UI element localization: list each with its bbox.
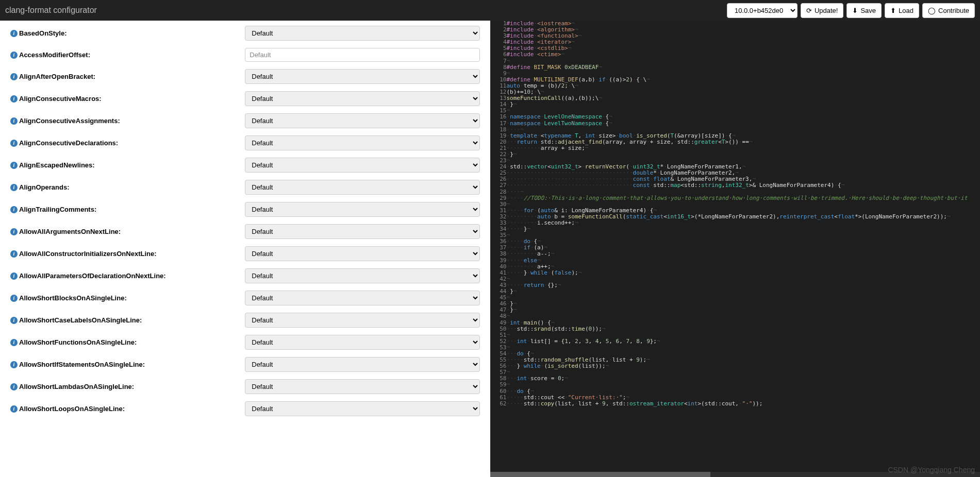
info-icon[interactable]: i (10, 272, 18, 280)
code-line: ·}¬ (507, 288, 981, 295)
code-line: ·}¬ (507, 101, 981, 108)
line-number: 7 (490, 58, 507, 64)
option-input-wrapper: Default (245, 91, 479, 106)
option-row: i AlignConsecutiveDeclarations:Default (10, 135, 480, 150)
option-select[interactable]: Default (245, 401, 479, 416)
scrollbar-thumb[interactable] (490, 472, 711, 477)
code-line: ·········a++;¬ (507, 264, 981, 270)
option-row: i AllowShortCaseLabelsOnASingleLine:Defa… (10, 313, 480, 328)
version-select[interactable]: 10.0.0+b452de0 (727, 3, 798, 18)
option-select[interactable]: Default (245, 291, 479, 305)
info-icon[interactable]: i (10, 52, 18, 59)
option-input-wrapper: Default (245, 202, 479, 217)
info-icon[interactable]: i (10, 317, 18, 324)
info-icon[interactable]: i (10, 184, 18, 191)
option-row: i AlignEscapedNewlines:Default (10, 158, 480, 173)
option-select[interactable]: Default (245, 335, 479, 350)
info-icon[interactable]: i (10, 30, 18, 37)
info-icon[interactable]: i (10, 162, 18, 169)
code-line: ¬ (507, 201, 981, 208)
option-select[interactable]: Default (245, 113, 479, 128)
code-line: #define·BIT_MASK·0xDEADBEAF¬ (507, 64, 981, 71)
option-row: i AllowAllParametersOfDeclarationOnNextL… (10, 268, 480, 283)
option-select[interactable]: Default (245, 202, 479, 217)
line-number: 59 (490, 382, 507, 388)
code-line: ·····do·{¬ (507, 238, 981, 245)
code-line: ·····else¬ (507, 258, 981, 264)
option-label: i AlignEscapedNewlines: (10, 161, 245, 169)
info-icon[interactable]: i (10, 383, 18, 390)
save-button[interactable]: ⬇Save (846, 3, 882, 18)
option-select[interactable]: Default (245, 135, 479, 150)
line-number: 60 (490, 388, 507, 395)
option-row: i BasedOnStyle:Default (10, 26, 480, 41)
line-number: 29 (490, 195, 507, 201)
option-select[interactable]: Default (245, 246, 479, 261)
option-select[interactable]: Default (245, 180, 479, 195)
code-line: auto·temp·=·(b)/2;·\¬ (507, 83, 981, 89)
info-icon[interactable]: i (10, 361, 18, 368)
option-input-wrapper (245, 48, 479, 62)
github-icon: ◯ (928, 7, 936, 14)
code-line: ·····return·{};¬ (507, 282, 981, 288)
option-select[interactable]: Default (245, 158, 479, 173)
option-label: i AllowShortLambdasOnASingleLine: (10, 383, 245, 390)
load-button[interactable]: ⬆Load (885, 3, 919, 18)
line-number: 16 (490, 114, 507, 120)
app-title: clang-format configurator (5, 6, 97, 15)
option-input-wrapper: Default (245, 335, 479, 350)
code-line: ·····//TODO:·This·is·a·long·comment·that… (507, 195, 981, 201)
info-icon[interactable]: i (10, 117, 18, 125)
option-input-wrapper: Default (245, 158, 479, 173)
code-line: ¬ (507, 382, 981, 388)
option-select[interactable]: Default (245, 379, 479, 394)
line-number: 8 (490, 64, 507, 71)
option-select[interactable]: Default (245, 357, 479, 372)
line-number: 62 (490, 401, 507, 407)
option-input-wrapper: Default (245, 224, 479, 239)
line-number: 17 (490, 121, 507, 127)
info-icon[interactable]: i (10, 339, 18, 346)
option-select[interactable]: Default (245, 69, 479, 84)
code-line: ···std::srand(std::time(0));¬ (507, 326, 981, 332)
code-line: ·····if·(a)¬ (507, 245, 981, 251)
code-line: ·····································con… (507, 182, 981, 189)
info-icon[interactable]: i (10, 228, 18, 235)
option-label: i AlignConsecutiveAssignments: (10, 117, 245, 125)
option-select[interactable]: Default (245, 91, 479, 106)
option-input[interactable] (245, 48, 479, 62)
line-number: 19 (490, 133, 507, 139)
option-label: i AllowAllParametersOfDeclarationOnNextL… (10, 272, 245, 280)
code-line: ·········a--;¬ (507, 251, 981, 257)
option-select[interactable]: Default (245, 224, 479, 239)
code-line: ·}¬ (507, 307, 981, 313)
info-icon[interactable]: i (10, 295, 18, 302)
line-number: 38 (490, 251, 507, 257)
option-select[interactable]: Default (245, 26, 479, 41)
contribute-button[interactable]: ◯Contribute (922, 3, 975, 18)
line-number: 48 (490, 313, 507, 319)
code-line: #include·<cstdlib>¬ (507, 45, 981, 52)
option-label: i AllowAllConstructorInitializersOnNextL… (10, 250, 245, 258)
update-button[interactable]: ⟳Update! (801, 3, 844, 18)
info-icon[interactable]: i (10, 73, 18, 80)
info-icon[interactable]: i (10, 206, 18, 213)
line-number: 30 (490, 201, 507, 208)
option-label: i AllowAllArgumentsOnNextLine: (10, 228, 245, 235)
info-icon[interactable]: i (10, 140, 18, 147)
info-icon[interactable]: i (10, 95, 18, 103)
code-line: someFunctionCall((a),(b));\¬ (507, 95, 981, 101)
option-input-wrapper: Default (245, 113, 479, 128)
info-icon[interactable]: i (10, 250, 18, 258)
option-select[interactable]: Default (245, 268, 479, 283)
option-row: i AlignOperands:Default (10, 180, 480, 195)
code-line: #include·<ctime>¬ (507, 52, 981, 58)
info-icon[interactable]: i (10, 405, 18, 413)
option-label: i AllowShortIfStatementsOnASingleLine: (10, 361, 245, 368)
option-row: i AlignConsecutiveAssignments:Default (10, 113, 480, 128)
option-input-wrapper: Default (245, 268, 479, 283)
option-select[interactable]: Default (245, 313, 479, 328)
toolbar-buttons: 10.0.0+b452de0 ⟳Update! ⬇Save ⬆Load ◯Con… (727, 3, 975, 18)
code-line: ¬ (507, 345, 981, 351)
option-row: i AllowShortLambdasOnASingleLine:Default (10, 379, 480, 394)
